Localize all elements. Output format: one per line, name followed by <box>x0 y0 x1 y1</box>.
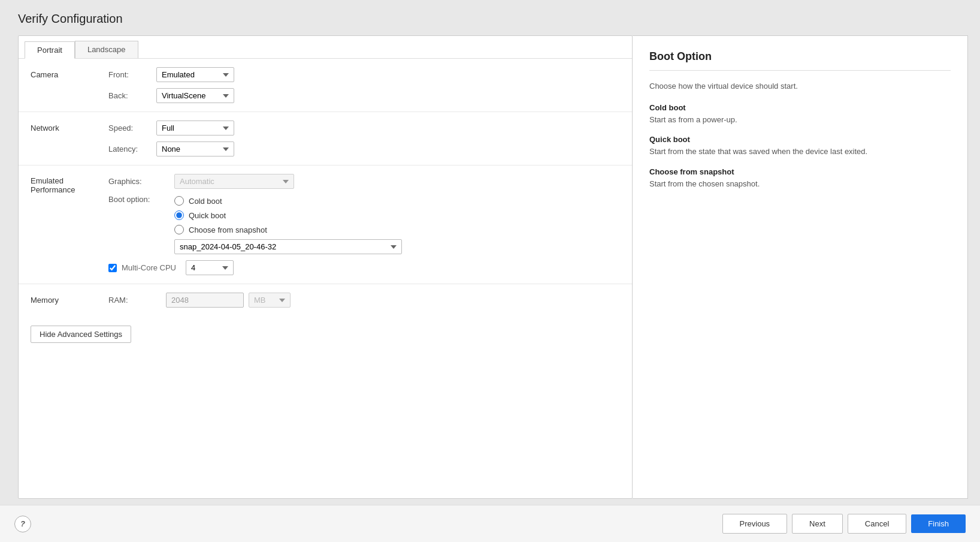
memory-section: Memory RAM: MB GB <box>19 284 632 316</box>
snapshot-select[interactable]: snap_2024-04-05_20-46-32 <box>174 239 402 254</box>
radio-cold-boot-input[interactable] <box>174 196 184 206</box>
tab-portrait[interactable]: Portrait <box>25 41 75 59</box>
boot-option-cold-block: Cold boot Start as from a power-up. <box>649 103 951 126</box>
network-speed-label: Speed: <box>108 124 156 133</box>
config-panel: Portrait Landscape Camera Front: Emulate… <box>18 35 633 499</box>
right-panel-title: Boot Option <box>649 50 951 71</box>
multicore-row: Multi-Core CPU 1 2 4 6 8 <box>108 260 620 275</box>
emulated-performance-label: Emulated Performance <box>31 174 108 275</box>
boot-option-quick-block: Quick boot Start from the state that was… <box>649 135 951 158</box>
network-section: Network Speed: Full GPRS EDGE UMTS Laten… <box>19 112 632 165</box>
unit-select[interactable]: MB GB <box>249 293 291 308</box>
graphics-label: Graphics: <box>108 177 174 186</box>
help-button[interactable]: ? <box>14 516 31 532</box>
perf-options: Graphics: Automatic Software Hardware Bo… <box>108 174 620 275</box>
finish-button[interactable]: Finish <box>911 514 966 533</box>
radio-quick-boot-label: Quick boot <box>189 211 226 220</box>
ram-label: RAM: <box>108 296 156 305</box>
cancel-button[interactable]: Cancel <box>848 514 906 534</box>
right-panel: Boot Option Choose how the virtual devic… <box>633 35 968 499</box>
network-latency-row: Latency: None GPRS EDGE <box>31 141 620 156</box>
cold-boot-title: Cold boot <box>649 103 951 112</box>
network-speed-row: Network Speed: Full GPRS EDGE UMTS <box>31 121 620 136</box>
page-title: Verify Configuration <box>18 12 968 26</box>
camera-front-select[interactable]: Emulated None Webcam0 <box>156 67 234 82</box>
camera-back-row: Back: VirtualScene Emulated None <box>31 88 620 103</box>
radio-choose-snapshot[interactable]: Choose from snapshot <box>174 225 402 234</box>
cold-boot-desc: Start as from a power-up. <box>649 114 951 126</box>
next-button[interactable]: Next <box>792 514 843 534</box>
multicore-label: Multi-Core CPU <box>122 263 176 272</box>
snapshot-title: Choose from snapshot <box>649 167 951 176</box>
bottom-left: ? <box>14 516 31 532</box>
network-section-label: Network <box>31 124 108 133</box>
camera-section: Camera Front: Emulated None Webcam0 Back… <box>19 59 632 112</box>
graphics-row: Graphics: Automatic Software Hardware <box>108 174 620 189</box>
radio-quick-boot[interactable]: Quick boot <box>174 210 402 220</box>
bottom-bar: ? Previous Next Cancel Finish <box>0 505 980 542</box>
radio-quick-boot-input[interactable] <box>174 210 184 220</box>
network-speed-select[interactable]: Full GPRS EDGE UMTS <box>156 121 234 136</box>
quick-boot-desc: Start from the state that was saved when… <box>649 146 951 158</box>
radio-choose-snapshot-input[interactable] <box>174 225 184 234</box>
memory-label: Memory <box>31 296 108 305</box>
emulated-performance-section: Emulated Performance Graphics: Automatic… <box>19 165 632 284</box>
radio-cold-boot-label: Cold boot <box>189 197 222 206</box>
camera-back-select[interactable]: VirtualScene Emulated None <box>156 88 234 103</box>
boot-option-snapshot-block: Choose from snapshot Start from the chos… <box>649 167 951 190</box>
boot-option-radio-group: Cold boot Quick boot Choose from snapsho… <box>174 196 402 254</box>
tab-landscape[interactable]: Landscape <box>75 41 138 58</box>
boot-option-label: Boot option: <box>108 195 174 204</box>
bottom-right: Previous Next Cancel Finish <box>722 514 966 534</box>
radio-cold-boot[interactable]: Cold boot <box>174 196 402 206</box>
ram-input[interactable] <box>166 293 244 308</box>
right-panel-intro: Choose how the virtual device should sta… <box>649 80 951 92</box>
camera-front-row: Camera Front: Emulated None Webcam0 <box>31 67 620 82</box>
graphics-select[interactable]: Automatic Software Hardware <box>174 174 294 189</box>
memory-row: RAM: MB GB <box>108 293 291 308</box>
hide-advanced-button[interactable]: Hide Advanced Settings <box>31 326 131 343</box>
snapshot-desc: Start from the chosen snapshot. <box>649 178 951 190</box>
network-latency-select[interactable]: None GPRS EDGE <box>156 141 234 156</box>
camera-front-label: Front: <box>108 70 156 79</box>
radio-choose-snapshot-label: Choose from snapshot <box>189 225 267 234</box>
camera-back-label: Back: <box>108 91 156 100</box>
orientation-tabs: Portrait Landscape <box>19 36 632 59</box>
network-latency-label: Latency: <box>108 144 156 153</box>
camera-section-label: Camera <box>31 70 108 79</box>
previous-button[interactable]: Previous <box>722 514 788 534</box>
cpu-count-select[interactable]: 1 2 4 6 8 <box>186 260 234 275</box>
multicore-checkbox[interactable] <box>108 264 117 272</box>
boot-option-row: Boot option: Cold boot Quick boot <box>108 195 620 254</box>
quick-boot-title: Quick boot <box>649 135 951 144</box>
